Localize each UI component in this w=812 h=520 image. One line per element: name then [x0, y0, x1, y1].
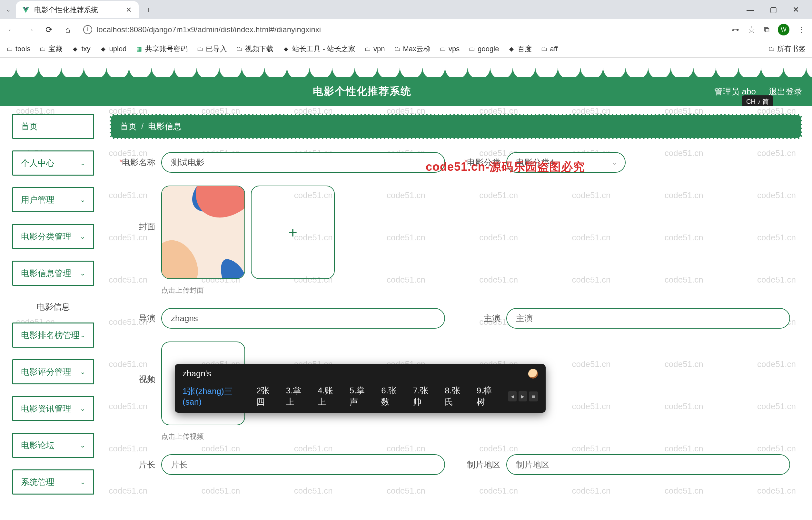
- sidebar-item[interactable]: 个人中心⌄: [12, 151, 94, 176]
- new-tab-button[interactable]: +: [142, 3, 155, 17]
- bookmark-label: vps: [448, 45, 460, 53]
- chevron-down-icon: ⌄: [612, 158, 617, 166]
- region-input[interactable]: [506, 454, 790, 475]
- bookmark-item[interactable]: 🗀tools: [6, 45, 30, 53]
- tab-close-icon[interactable]: ✕: [125, 6, 132, 14]
- bookmark-item[interactable]: 🗀vps: [440, 45, 460, 53]
- sidebar-item[interactable]: 电影信息: [12, 294, 94, 319]
- bookmark-item[interactable]: 🗀Max云梯: [394, 44, 431, 54]
- movie-form: code51.cn-源码乐园盗图必究 电影名称 电影分类 ⌄: [109, 139, 802, 475]
- sidebar-item-label: 个人中心: [21, 158, 54, 169]
- all-bookmarks[interactable]: 🗀 所有书签: [768, 44, 806, 54]
- bookmark-item[interactable]: 🗀google: [469, 45, 499, 53]
- ime-popup: zhagn's 1张(zhang)三(san)2张四3.掌上4.账上5.掌声6.…: [175, 364, 546, 413]
- menu-icon[interactable]: ⋮: [798, 25, 806, 34]
- bookmark-item[interactable]: 🗀宝藏: [39, 44, 63, 54]
- ime-paging[interactable]: ◂▸≡: [508, 391, 538, 401]
- label-cover: 封面: [113, 186, 161, 232]
- ime-candidate[interactable]: 2张四: [256, 385, 276, 408]
- ime-candidate[interactable]: 5.掌声: [349, 385, 372, 408]
- ime-candidate[interactable]: 1张(zhang)三(san): [182, 386, 247, 407]
- ime-candidates: 1张(zhang)三(san)2张四3.掌上4.账上5.掌声6.张数7.张帅8.…: [175, 381, 546, 413]
- sidebar-item[interactable]: 首页: [12, 114, 94, 139]
- forward-icon[interactable]: →: [25, 25, 35, 35]
- ime-expand-icon[interactable]: ≡: [529, 391, 538, 401]
- bookmark-item[interactable]: 🗀视频下载: [236, 44, 273, 54]
- director-input[interactable]: [161, 308, 445, 329]
- label-region: 制片地区: [458, 459, 506, 470]
- bookmark-star-icon[interactable]: ☆: [747, 25, 756, 35]
- category-value[interactable]: [506, 152, 625, 173]
- sidebar-item[interactable]: 电影信息管理⌄: [12, 261, 94, 286]
- tab-dropdown-icon[interactable]: ⌄: [3, 6, 13, 13]
- folder-icon: 🗀: [768, 45, 774, 53]
- breadcrumb-home[interactable]: 首页: [120, 121, 137, 132]
- starring-input[interactable]: [506, 308, 790, 329]
- maximize-icon[interactable]: ▢: [770, 5, 777, 14]
- folder-icon: 🗀: [469, 45, 475, 53]
- ime-composition-text: zhagn's: [182, 369, 211, 379]
- ime-candidate[interactable]: 3.掌上: [286, 385, 308, 408]
- bookmark-item[interactable]: ◆txy: [72, 45, 90, 53]
- chevron-down-icon: ⌄: [80, 196, 85, 204]
- extensions-icon[interactable]: ⧉: [764, 25, 769, 34]
- nav-right-icons: ⊶ ☆ ⧉ W ⋮: [731, 24, 806, 35]
- movie-name-input[interactable]: [161, 152, 445, 173]
- close-window-icon[interactable]: ✕: [793, 5, 799, 14]
- browser-tab[interactable]: 电影个性化推荐系统 ✕: [16, 1, 139, 18]
- sidebar-item[interactable]: 电影论坛⌄: [12, 433, 94, 458]
- key-icon[interactable]: ⊶: [731, 25, 739, 34]
- length-input[interactable]: [161, 454, 445, 475]
- home-icon[interactable]: ⌂: [63, 25, 73, 35]
- bookmark-item[interactable]: 🗀aff: [541, 45, 558, 53]
- bookmark-label: txy: [81, 45, 90, 53]
- label-movie-name: 电影名称: [113, 157, 161, 168]
- sidebar-item[interactable]: 电影排名榜管理⌄: [12, 322, 94, 348]
- plus-icon: +: [288, 224, 297, 241]
- folder-icon: 🗀: [440, 45, 446, 53]
- sidebar-item[interactable]: 电影资讯管理⌄: [12, 396, 94, 421]
- bookmark-label: Max云梯: [403, 44, 431, 54]
- reload-icon[interactable]: ⟳: [44, 25, 54, 35]
- chevron-down-icon: ⌄: [80, 478, 85, 486]
- ime-candidate[interactable]: 7.张帅: [413, 385, 435, 408]
- bookmark-label: 已导入: [206, 44, 227, 54]
- bookmark-item[interactable]: 🗀已导入: [197, 44, 227, 54]
- sidebar-item[interactable]: 用户管理⌄: [12, 187, 94, 212]
- sidebar-item[interactable]: 电影评分管理⌄: [12, 359, 94, 384]
- category-select[interactable]: ⌄: [506, 152, 625, 173]
- profile-avatar[interactable]: W: [778, 24, 789, 35]
- sidebar-item[interactable]: 系统管理⌄: [12, 469, 94, 495]
- sheets-favicon-icon: ▦: [136, 46, 143, 53]
- minimize-icon[interactable]: —: [746, 5, 754, 14]
- bookmark-item[interactable]: ▦共享账号密码: [136, 44, 188, 54]
- bookmark-item[interactable]: 🗀vpn: [364, 45, 385, 53]
- ime-prev-icon[interactable]: ◂: [508, 391, 517, 401]
- ime-candidate[interactable]: 4.账上: [318, 385, 340, 408]
- site-favicon-icon: ◆: [508, 46, 515, 53]
- sidebar-item-label: 电影分类管理: [21, 231, 71, 242]
- logout-link[interactable]: 退出登录: [769, 86, 802, 97]
- bookmark-item[interactable]: ◆站长工具 - 站长之家: [282, 44, 355, 54]
- ime-candidate[interactable]: 9.樟树: [476, 385, 499, 408]
- cover-upload-hint: 点击上传封面: [113, 285, 799, 295]
- site-info-icon[interactable]: i: [83, 25, 92, 34]
- sidebar-item-label: 系统管理: [21, 476, 54, 488]
- bookmarks-bar: 🗀tools🗀宝藏◆txy◆uplod▦共享账号密码🗀已导入🗀视频下载◆站长工具…: [0, 40, 812, 57]
- upload-cover-button[interactable]: +: [251, 186, 335, 279]
- ime-next-icon[interactable]: ▸: [519, 391, 527, 401]
- ime-candidate[interactable]: 8.张氏: [445, 385, 467, 408]
- cover-thumbnail[interactable]: [161, 186, 245, 279]
- bookmark-item[interactable]: ◆百度: [508, 44, 532, 54]
- ime-candidate[interactable]: 6.张数: [381, 385, 403, 408]
- site-favicon-icon: ◆: [72, 46, 79, 53]
- url-bar[interactable]: i localhost:8080/django7m1x9/admin/dist/…: [81, 25, 723, 34]
- browser-chrome: ⌄ 电影个性化推荐系统 ✕ + — ▢ ✕ ← → ⟳ ⌂ i localhos…: [0, 0, 812, 58]
- sidebar-item[interactable]: 电影分类管理⌄: [12, 224, 94, 249]
- back-icon[interactable]: ←: [6, 25, 17, 35]
- sidebar: 首页个人中心⌄用户管理⌄电影分类管理⌄电影信息管理⌄电影信息电影排名榜管理⌄电影…: [0, 106, 106, 520]
- bookmark-item[interactable]: ◆uplod: [100, 45, 127, 53]
- chevron-down-icon: ⌄: [80, 368, 85, 376]
- all-bookmarks-label: 所有书签: [777, 44, 806, 54]
- breadcrumb: 首页 / 电影信息: [109, 114, 802, 139]
